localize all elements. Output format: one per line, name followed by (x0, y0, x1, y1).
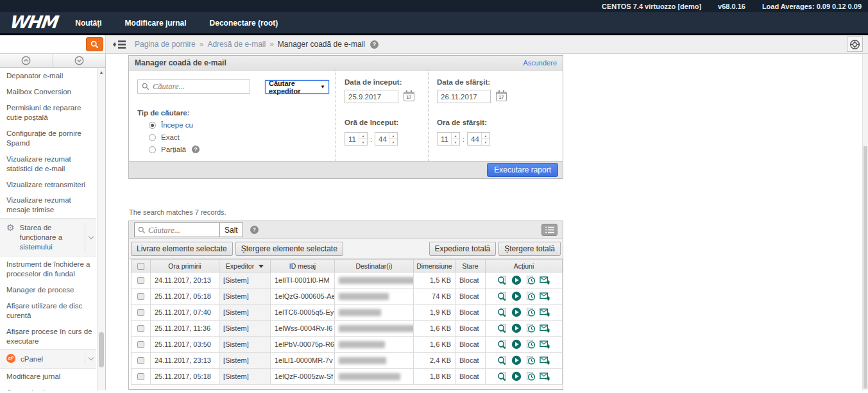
step-down-icon[interactable]: ▼ (482, 139, 489, 145)
col-size[interactable]: Dimensiune (414, 260, 455, 272)
deliver-message-icon[interactable] (511, 291, 522, 301)
message-time-icon[interactable] (525, 291, 536, 301)
help-icon[interactable] (250, 226, 259, 234)
deliver-selected-button[interactable]: Livrare elemente selectate (131, 242, 233, 256)
sidebar-item[interactable]: Vizualizare rezumat mesaje trimise (0, 192, 96, 218)
sidebar-item[interactable]: Vizualizare rezumat statistici de e-mail (0, 151, 96, 177)
sidebar-item[interactable]: cP cPanel (0, 349, 96, 369)
message-time-icon[interactable] (525, 307, 536, 317)
hide-link[interactable]: Ascundere (523, 59, 557, 67)
row-checkbox[interactable] (137, 325, 144, 332)
forward-message-icon[interactable] (540, 355, 551, 365)
help-icon[interactable] (192, 146, 200, 153)
forward-message-icon[interactable] (540, 275, 551, 285)
deliver-message-icon[interactable] (511, 323, 522, 333)
end-date-input[interactable] (437, 90, 491, 103)
view-message-icon[interactable] (497, 307, 507, 318)
sidebar-item[interactable]: Permisiuni de reparare cutie poștală (0, 100, 96, 126)
step-up-icon[interactable]: ▲ (482, 133, 489, 139)
col-status[interactable]: Stare (455, 260, 486, 272)
search-type-radio[interactable]: Începe cu (149, 121, 332, 129)
header-nav-item[interactable]: Deconectare (root) (210, 19, 278, 28)
sidebar-item[interactable]: ⚙ Starea de funcționare a sistemului (0, 218, 96, 256)
row-checkbox[interactable] (137, 341, 144, 348)
sidebar-item[interactable]: Depanator e-mail (0, 68, 96, 84)
scroll-up-button[interactable] (0, 54, 53, 67)
support-button[interactable] (847, 37, 863, 52)
page-scrollbar-thumb[interactable] (864, 146, 867, 389)
deliver-message-icon[interactable] (511, 275, 522, 285)
deliver-message-icon[interactable] (511, 355, 522, 365)
message-time-icon[interactable] (525, 371, 536, 381)
go-button[interactable]: Salt (219, 222, 243, 237)
sidebar-item[interactable]: Customization (0, 385, 96, 390)
search-filter-select[interactable]: Căutare expeditor ▼ (265, 80, 329, 94)
delete-selected-button[interactable]: Ștergere elemente selectate (235, 242, 343, 256)
list-view-button[interactable] (541, 224, 557, 236)
row-checkbox[interactable] (137, 293, 144, 300)
sidebar-item[interactable]: Modificare jurnal (0, 369, 96, 385)
start-hour-stepper[interactable]: 11 ▲▼ (345, 132, 368, 146)
whm-logo[interactable]: WHM (8, 12, 57, 32)
sidebar-item[interactable]: Configurație de pornire Spamd (0, 126, 96, 151)
queue-search-input[interactable] (153, 81, 246, 92)
step-up-icon[interactable]: ▲ (389, 133, 397, 139)
deliver-all-button[interactable]: Expediere totală (429, 242, 497, 256)
chevron-down-icon[interactable] (85, 354, 96, 364)
sidebar-item[interactable]: Vizualizare retransmiteri (0, 177, 96, 193)
calendar-icon[interactable]: 17 (496, 92, 507, 101)
search-type-radio[interactable]: Parțială (149, 146, 332, 153)
view-message-icon[interactable] (497, 339, 507, 350)
breadcrumb-home[interactable]: Pagina de pornire (135, 40, 196, 49)
scroll-down-button[interactable] (53, 54, 106, 67)
table-search-input[interactable] (148, 224, 216, 236)
col-time[interactable]: Ora primirii (151, 260, 219, 272)
sidebar-scrollbar[interactable]: ▲ (97, 68, 105, 390)
sidebar-item[interactable]: Afișare utilizare de disc curentă (0, 298, 96, 324)
message-time-icon[interactable] (525, 339, 536, 349)
message-time-icon[interactable] (525, 323, 536, 333)
chevron-down-icon[interactable] (85, 222, 96, 252)
view-message-icon[interactable] (497, 371, 507, 382)
row-checkbox[interactable] (137, 357, 144, 364)
sidebar-item[interactable]: Instrument de închidere a proceselor din… (0, 256, 96, 282)
view-message-icon[interactable] (497, 291, 507, 302)
view-message-icon[interactable] (497, 275, 507, 286)
row-checkbox[interactable] (137, 277, 144, 284)
col-recipient[interactable]: Destinatar(i) (335, 260, 414, 272)
collapse-sidebar-icon[interactable] (113, 40, 126, 49)
page-help-icon[interactable] (370, 40, 379, 49)
forward-message-icon[interactable] (540, 371, 551, 381)
message-time-icon[interactable] (525, 275, 536, 285)
sidebar-item[interactable]: Afișare procese în curs de executare (0, 324, 96, 349)
deliver-message-icon[interactable] (511, 339, 522, 349)
calendar-icon[interactable]: 17 (404, 92, 414, 101)
sidebar-scrollbar-thumb[interactable] (99, 332, 104, 367)
forward-message-icon[interactable] (540, 323, 551, 333)
col-message-id[interactable]: ID mesaj (271, 260, 335, 272)
start-minute-stepper[interactable]: 44 ▲▼ (375, 132, 398, 146)
forward-message-icon[interactable] (540, 291, 551, 301)
step-down-icon[interactable]: ▼ (389, 139, 397, 145)
search-type-radio[interactable]: Exact (149, 133, 332, 141)
sidebar-search-button[interactable] (86, 37, 103, 51)
col-sender[interactable]: Expeditor (219, 260, 271, 272)
deliver-message-icon[interactable] (511, 307, 522, 317)
forward-message-icon[interactable] (540, 307, 551, 317)
sidebar-search-input[interactable] (2, 38, 86, 51)
step-down-icon[interactable]: ▼ (452, 139, 459, 145)
view-message-icon[interactable] (497, 323, 507, 334)
delete-all-button[interactable]: Ștergere totală (498, 242, 561, 256)
row-checkbox[interactable] (137, 309, 144, 316)
select-all-checkbox[interactable] (137, 263, 144, 270)
page-scrollbar[interactable] (862, 54, 868, 390)
row-checkbox[interactable] (137, 373, 144, 380)
header-nav-item[interactable]: Noutăți (75, 19, 101, 28)
end-minute-stepper[interactable]: 44 ▲▼ (467, 132, 490, 146)
run-report-button[interactable]: Executare raport (487, 163, 558, 177)
header-nav-item[interactable]: Modificare jurnal (125, 19, 187, 28)
end-hour-stepper[interactable]: 11 ▲▼ (437, 132, 460, 146)
step-down-icon[interactable]: ▼ (359, 139, 367, 145)
message-time-icon[interactable] (525, 355, 536, 365)
deliver-message-icon[interactable] (511, 371, 522, 381)
